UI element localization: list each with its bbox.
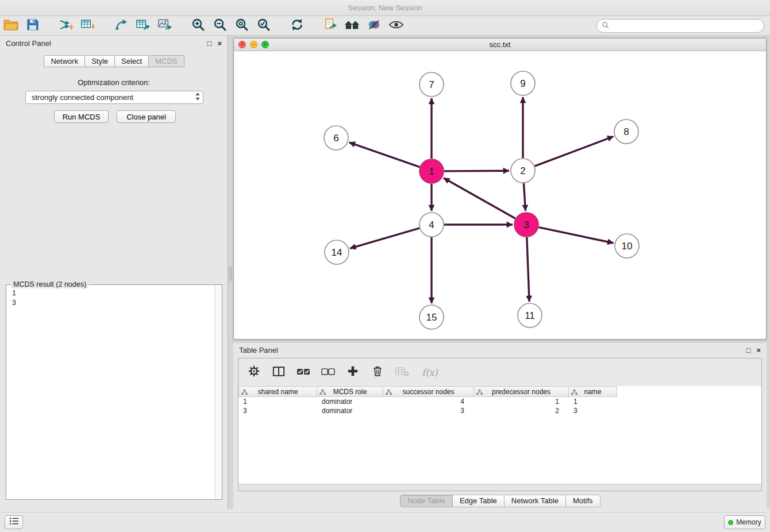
criterion-dropdown[interactable]: strongly connected component: [25, 91, 203, 104]
save-session-button[interactable]: [22, 17, 44, 34]
graph-edge-2-8[interactable]: [535, 137, 614, 167]
graph-node-9[interactable]: 9: [511, 71, 535, 95]
svg-text:10: 10: [622, 241, 633, 252]
export-table-button[interactable]: [132, 17, 154, 34]
task-history-button[interactable]: [5, 515, 23, 529]
plus-icon: [347, 365, 359, 379]
graph-edge-1-6[interactable]: [349, 142, 420, 167]
style-button[interactable]: [363, 17, 385, 34]
zoom-in-icon: [191, 18, 205, 34]
table-type-tabs: Node TableEdge TableNetwork TableMotifs: [233, 495, 767, 507]
memory-label: Memory: [736, 518, 761, 526]
column-header-predecessor-nodes[interactable]: predecessor nodes: [474, 386, 569, 397]
zoom-fit-button[interactable]: [231, 17, 253, 34]
float-window-icon[interactable]: □: [207, 39, 212, 48]
column-header-shared-name[interactable]: shared name: [238, 386, 317, 397]
graph-node-15[interactable]: 15: [419, 305, 444, 329]
function-builder-button[interactable]: f(x): [419, 365, 440, 380]
tab-select[interactable]: Select: [114, 55, 149, 67]
export-network-button[interactable]: [110, 17, 132, 34]
tab-edge-table[interactable]: Edge Table: [452, 495, 505, 507]
graph-edge-4-14[interactable]: [350, 228, 419, 248]
memory-button[interactable]: Memory: [724, 515, 765, 529]
list-icon: [9, 517, 19, 527]
window-title: Session: New Session: [348, 3, 422, 12]
export-image-button[interactable]: [154, 17, 176, 34]
network-view-window: scc.txt × − + 7968124314101511: [233, 38, 767, 340]
graph-node-2[interactable]: 2: [511, 159, 535, 183]
graph-node-7[interactable]: 7: [419, 72, 444, 97]
select-all-columns-button[interactable]: [296, 365, 311, 380]
network-graph-canvas[interactable]: 7968124314101511: [234, 51, 766, 339]
graph-node-10[interactable]: 10: [615, 234, 639, 258]
graph-node-6[interactable]: 6: [324, 126, 348, 150]
panel-splitter-handle[interactable]: [229, 266, 232, 281]
table-row[interactable]: 1dominator411: [238, 397, 761, 406]
refresh-view-button[interactable]: [286, 17, 308, 34]
network-window-title: scc.txt: [234, 40, 766, 49]
graph-node-1[interactable]: 1: [419, 159, 444, 183]
delete-table-icon: [395, 367, 409, 379]
zoom-out-icon: [213, 18, 227, 34]
open-session-button[interactable]: [0, 17, 22, 34]
column-header-mcds-role[interactable]: MCDS role: [317, 386, 383, 397]
zoom-out-button[interactable]: [209, 17, 231, 34]
graph-node-8[interactable]: 8: [614, 119, 638, 144]
split-columns-button[interactable]: [271, 365, 286, 380]
result-scrollbar[interactable]: [215, 285, 222, 499]
control-panel-header: Control Panel □ ×: [0, 36, 228, 51]
run-mcds-button[interactable]: Run MCDS: [54, 110, 109, 123]
deselect-all-columns-button[interactable]: [321, 365, 336, 380]
maximize-window-icon[interactable]: +: [261, 41, 269, 48]
zoom-selected-button[interactable]: [253, 17, 275, 34]
zoom-in-button[interactable]: [187, 17, 209, 34]
graph-node-3[interactable]: 3: [514, 213, 538, 237]
table-settings-button[interactable]: [247, 365, 261, 380]
column-header-successor-nodes[interactable]: successor nodes: [383, 386, 474, 397]
graph-edge-3-11[interactable]: [527, 237, 529, 302]
memory-status-icon: [728, 520, 733, 525]
fx-icon: f(x): [422, 367, 437, 378]
graph-node-11[interactable]: 11: [518, 303, 542, 327]
graph-edge-1-2[interactable]: [444, 171, 509, 171]
float-table-panel-icon[interactable]: □: [746, 346, 751, 354]
tab-network[interactable]: Network: [44, 55, 85, 67]
tab-motifs[interactable]: Motifs: [565, 495, 600, 507]
home-button[interactable]: [341, 17, 363, 34]
minimize-window-icon[interactable]: −: [250, 41, 257, 48]
svg-text:15: 15: [426, 312, 437, 323]
column-header-name[interactable]: name: [569, 386, 617, 397]
home-icon: [344, 18, 360, 33]
column-label: MCDS role: [333, 388, 367, 396]
delete-table-button[interactable]: [395, 365, 410, 380]
close-window-icon[interactable]: ×: [238, 41, 246, 48]
table-row[interactable]: 3dominator323: [238, 406, 761, 415]
graph-edge-3-10[interactable]: [539, 228, 614, 243]
toolbar-search[interactable]: [596, 19, 764, 33]
column-label: shared name: [257, 388, 298, 396]
import-table-button[interactable]: [77, 17, 99, 34]
table-horizontal-scrollbar[interactable]: [238, 484, 761, 491]
delete-column-button[interactable]: [370, 365, 385, 380]
tab-style[interactable]: Style: [84, 55, 115, 67]
search-icon: [602, 21, 609, 31]
tab-network-table[interactable]: Network Table: [504, 495, 566, 507]
show-hide-details-button[interactable]: [385, 17, 407, 34]
cell-shared-name: 1: [238, 397, 317, 406]
close-panel-button[interactable]: Close panel: [117, 110, 176, 123]
close-table-panel-icon[interactable]: ×: [756, 346, 761, 354]
graph-edge-2-3[interactable]: [523, 183, 525, 211]
graph-edge-3-1[interactable]: [444, 178, 515, 218]
tab-node-table[interactable]: Node Table: [400, 495, 453, 507]
table-toolbar: f(x): [238, 358, 761, 386]
import-network-button[interactable]: [55, 17, 77, 34]
mcds-result-lines: 13: [6, 285, 222, 308]
add-column-button[interactable]: [345, 365, 360, 380]
network-window-titlebar[interactable]: scc.txt × − +: [234, 38, 766, 51]
tab-mcds[interactable]: MCDS: [148, 55, 184, 67]
open-document-button[interactable]: [319, 17, 341, 34]
graph-node-4[interactable]: 4: [419, 213, 444, 237]
graph-node-14[interactable]: 14: [325, 240, 349, 264]
search-input[interactable]: [612, 22, 759, 30]
close-panel-icon[interactable]: ×: [217, 39, 222, 48]
